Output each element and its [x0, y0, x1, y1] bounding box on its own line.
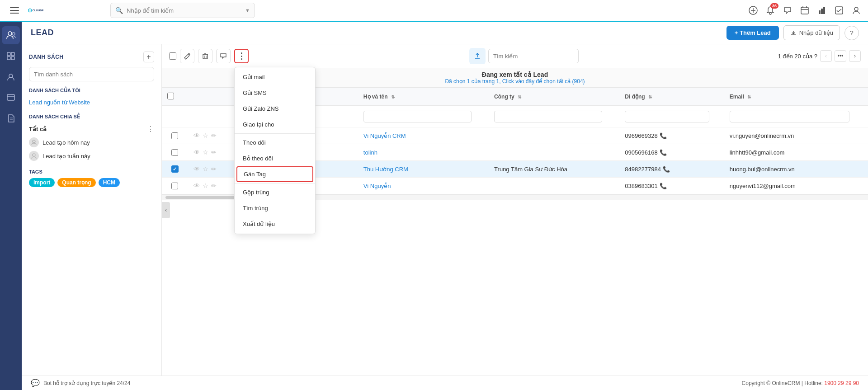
hamburger-menu[interactable] [7, 3, 22, 18]
row-2-phone-icon[interactable]: 📞 [660, 149, 667, 156]
danh-sach-section-header: DANH SÁCH + [29, 52, 154, 62]
dropdown-gan-tag[interactable]: Gán Tag [236, 166, 313, 182]
row-4-view-icon[interactable]: 👁 [193, 182, 200, 189]
add-lead-button[interactable]: + Thêm Lead [726, 26, 779, 40]
help-button[interactable]: ? [844, 26, 859, 40]
col-cong-ty[interactable]: Công ty ⇅ [489, 88, 619, 106]
add-list-button[interactable]: + [143, 52, 154, 62]
row-2-company [489, 144, 619, 161]
svg-text:CLOUDPRO: CLOUDPRO [33, 9, 43, 12]
row-2-star-icon[interactable]: ☆ [203, 149, 208, 156]
tag-hcm[interactable]: HCM [99, 178, 120, 187]
svg-rect-23 [7, 94, 14, 100]
filter-company[interactable] [494, 111, 602, 122]
svg-rect-7 [801, 7, 808, 14]
select-all-checkbox[interactable] [169, 52, 176, 60]
row-2-checkbox[interactable] [171, 149, 178, 156]
collapse-panel-button[interactable]: ‹ [162, 202, 170, 218]
chart-button[interactable] [817, 6, 826, 15]
user-profile-button[interactable] [852, 6, 861, 15]
my-list-item-website[interactable]: Lead nguồn từ Website [29, 97, 154, 108]
tasks-button[interactable] [835, 6, 844, 15]
row-3-view-icon[interactable]: 👁 [193, 165, 200, 173]
row-4-checkbox[interactable] [171, 183, 178, 189]
upload-search-button[interactable] [469, 48, 486, 64]
row-2-name[interactable]: tolinh [363, 149, 377, 156]
svg-rect-20 [7, 56, 10, 60]
search-dropdown-arrow[interactable]: ▼ [245, 8, 250, 13]
edit-button[interactable] [180, 49, 194, 63]
shared-list-title: DANH SÁCH CHIA SẺ [29, 114, 154, 120]
more-options-button[interactable]: ⋮ [234, 49, 249, 63]
svg-point-16 [8, 32, 12, 35]
svg-point-17 [12, 33, 15, 35]
row-1-view-icon[interactable]: 👁 [193, 132, 200, 139]
row-4-edit-icon[interactable]: ✏ [211, 182, 217, 189]
row-2-phone: 0905696168 📞 [625, 149, 718, 156]
shared-lead-today[interactable]: Lead tạo hôm nay [29, 136, 154, 149]
chat-button[interactable] [783, 6, 792, 15]
row-1-phone-icon[interactable]: 📞 [660, 132, 667, 139]
dropdown-tim-trung[interactable]: Tìm trùng [235, 200, 315, 216]
dropdown-gui-mail[interactable]: Gửi mail [235, 69, 315, 85]
dropdown-gop-trung[interactable]: Gộp trùng [235, 184, 315, 200]
col-email[interactable]: Email ⇅ [724, 88, 868, 106]
row-3-name[interactable]: Thu Hường CRM [363, 166, 408, 173]
tag-import[interactable]: import [29, 178, 55, 187]
delete-button[interactable] [198, 49, 212, 63]
row-3-star-icon[interactable]: ☆ [203, 165, 208, 173]
row-2-edit-icon[interactable]: ✏ [211, 149, 217, 156]
sidebar-item-contacts[interactable] [2, 68, 20, 86]
row-1-company [489, 127, 619, 144]
row-4-phone-icon[interactable]: 📞 [660, 183, 667, 189]
row-1-name[interactable]: Vi Nguyễn CRM [363, 132, 406, 139]
filter-name[interactable] [363, 111, 472, 122]
row-4-star-icon[interactable]: ☆ [203, 182, 208, 189]
sidebar-item-users[interactable] [2, 26, 20, 44]
search-list-input[interactable] [29, 67, 154, 81]
svg-rect-11 [819, 10, 821, 14]
dropdown-gui-zalo[interactable]: Gửi Zalo ZNS [235, 101, 315, 117]
next-page-button[interactable]: › [849, 50, 861, 62]
dropdown-bo-theo-doi[interactable]: Bỏ theo dõi [235, 150, 315, 166]
footer: 💬 Bot hỗ trợ sử dụng trực tuyến 24/24 Co… [22, 376, 868, 390]
sidebar-item-person2[interactable] [2, 89, 20, 107]
dropdown-theo-doi[interactable]: Theo dõi [235, 135, 315, 150]
shared-all-label[interactable]: Tất cả [29, 126, 47, 132]
add-nav-button[interactable] [749, 6, 758, 15]
filter-email[interactable] [730, 111, 849, 122]
row-4-name[interactable]: Vi Nguyễn [363, 183, 391, 189]
header-checkbox[interactable] [167, 93, 174, 99]
row-3-phone-icon[interactable]: 📞 [663, 166, 670, 173]
row-1-checkbox[interactable] [171, 132, 178, 139]
filter-phone[interactable] [625, 111, 709, 122]
col-di-dong[interactable]: Di động ⇅ [619, 88, 724, 106]
dropdown-divider-1 [235, 133, 315, 134]
more-pages-button[interactable]: ••• [835, 50, 846, 62]
row-2-view-icon[interactable]: 👁 [193, 149, 200, 156]
search-input[interactable] [127, 7, 226, 14]
row-3-checkbox-checked[interactable] [171, 165, 179, 173]
row-1-edit-icon[interactable]: ✏ [211, 132, 217, 139]
sidebar-item-doc[interactable] [2, 109, 20, 127]
row-2-email: linhhtt90@gmail.com [724, 144, 868, 161]
danh-sach-title: DANH SÁCH [29, 54, 64, 60]
dropdown-gui-sms[interactable]: Gửi SMS [235, 85, 315, 101]
row-3-edit-icon[interactable]: ✏ [211, 165, 217, 173]
row-1-star-icon[interactable]: ☆ [203, 132, 208, 139]
dropdown-xuat-du-lieu[interactable]: Xuất dữ liệu [235, 216, 315, 232]
calendar-button[interactable] [800, 6, 809, 15]
tag-quan-trong[interactable]: Quan trọng [57, 178, 95, 187]
sidebar-item-grid[interactable] [2, 47, 20, 65]
prev-page-button[interactable]: ‹ [820, 50, 832, 62]
import-button[interactable]: Nhập dữ liệu [783, 25, 840, 40]
svg-point-27 [33, 140, 35, 143]
shared-all-more-icon[interactable]: ⋮ [147, 125, 154, 133]
dropdown-giao-lai[interactable]: Giao lại cho [235, 117, 315, 132]
col-ho-va-ten[interactable]: Họ và tên ⇅ [358, 88, 489, 106]
table-search-input[interactable] [488, 49, 579, 63]
shared-lead-week[interactable]: Lead tạo tuần này [29, 149, 154, 163]
notification-button[interactable]: 36 [766, 6, 775, 15]
comment-button[interactable] [216, 49, 231, 63]
svg-rect-21 [11, 56, 14, 60]
